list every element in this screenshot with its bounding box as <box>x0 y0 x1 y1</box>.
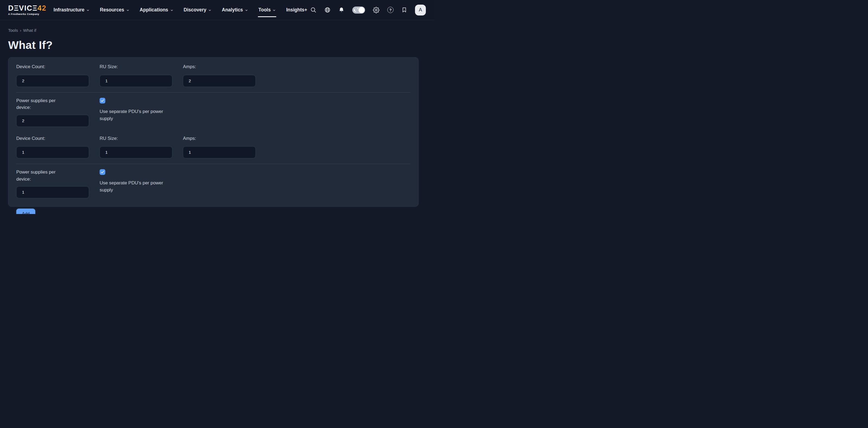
moon-icon <box>354 9 357 12</box>
navbar-actions: ✦ ? A <box>310 5 426 16</box>
nav-item-applications[interactable]: Applications <box>140 0 174 20</box>
checkbox-label: Use separate PDU's per power supply <box>100 179 169 194</box>
bell-icon[interactable] <box>338 7 344 13</box>
field-separate-pdus-2: Use separate PDU's per power supply <box>100 169 183 198</box>
field-device-count-1: Device Count: <box>16 63 100 87</box>
field-label: Power supplies per device: <box>16 97 63 111</box>
chevron-down-icon <box>126 9 129 12</box>
device-count-input-1[interactable] <box>16 75 89 87</box>
add-button[interactable]: Add <box>16 208 35 214</box>
toggle-knob <box>359 7 365 13</box>
power-supplies-input-1[interactable] <box>16 115 89 127</box>
nav-item-insights[interactable]: Insights+ <box>286 0 307 20</box>
breadcrumb-tools[interactable]: Tools <box>8 28 18 33</box>
field-label: Power supplies per device: <box>16 169 63 182</box>
field-device-count-2: Device Count: <box>16 135 100 159</box>
amps-input-1[interactable] <box>183 75 256 87</box>
chevron-down-icon <box>273 9 276 12</box>
nav-item-infrastructure[interactable]: Infrastructure <box>54 0 90 20</box>
form-row-group2-b: Power supplies per device: Use separate … <box>16 169 410 198</box>
nav-item-label: Infrastructure <box>54 7 85 13</box>
field-label: Device Count: <box>16 135 100 142</box>
device-count-input-2[interactable] <box>16 146 89 158</box>
globe-icon[interactable] <box>324 7 331 13</box>
nav-item-label: Tools <box>258 7 271 13</box>
device42-logo[interactable]: DΞVICΞ42 A Freshworks Company <box>8 5 46 16</box>
chevron-down-icon <box>86 9 90 12</box>
bookmark-icon[interactable] <box>401 7 407 13</box>
separate-pdus-checkbox-2[interactable] <box>100 169 105 175</box>
top-navbar: DΞVICΞ42 A Freshworks Company Infrastruc… <box>0 0 434 20</box>
dark-mode-toggle[interactable]: ✦ <box>352 6 365 13</box>
field-label: Device Count: <box>16 63 100 70</box>
field-label: RU Size: <box>100 63 183 70</box>
user-avatar[interactable]: A <box>415 5 426 16</box>
nav-item-label: Insights+ <box>286 7 307 13</box>
row-divider <box>16 92 410 93</box>
search-icon[interactable] <box>310 7 316 13</box>
ru-size-input-1[interactable] <box>100 75 172 87</box>
checkbox-label: Use separate PDU's per power supply <box>100 108 169 122</box>
main-nav: Infrastructure Resources Applications Di… <box>54 0 307 20</box>
field-ru-size-1: RU Size: <box>100 63 183 87</box>
field-power-supplies-2: Power supplies per device: <box>16 169 100 198</box>
nav-item-label: Analytics <box>222 7 243 13</box>
what-if-form-card: Device Count: RU Size: Amps: Power suppl… <box>8 57 418 207</box>
logo-tagline: A Freshworks Company <box>8 13 46 16</box>
field-label: Amps: <box>183 135 266 142</box>
nav-item-label: Applications <box>140 7 168 13</box>
form-row-group1-b: Power supplies per device: Use separate … <box>16 97 410 127</box>
field-amps-2: Amps: <box>183 135 266 159</box>
logo-wordmark: DΞVICΞ42 <box>8 5 46 12</box>
nav-item-label: Discovery <box>184 7 207 13</box>
breadcrumb-separator: › <box>20 28 21 33</box>
chevron-down-icon <box>208 9 211 12</box>
field-ru-size-2: RU Size: <box>100 135 183 159</box>
page-title: What If? <box>8 39 426 52</box>
amps-input-2[interactable] <box>183 146 256 158</box>
nav-item-discovery[interactable]: Discovery <box>184 0 212 20</box>
question-mark: ? <box>387 7 394 13</box>
gear-icon[interactable] <box>373 7 379 13</box>
breadcrumb-what-if[interactable]: What if <box>23 28 36 33</box>
field-amps-1: Amps: <box>183 63 266 87</box>
form-row-group1-a: Device Count: RU Size: Amps: <box>16 63 410 87</box>
field-label: Amps: <box>183 63 266 70</box>
help-icon[interactable]: ? <box>387 7 394 13</box>
separate-pdus-checkbox-1[interactable] <box>100 98 105 104</box>
logo-number: 42 <box>37 5 46 12</box>
power-supplies-input-2[interactable] <box>16 186 89 198</box>
nav-item-tools[interactable]: Tools <box>258 0 276 20</box>
logo-text: DΞVICΞ <box>8 5 37 12</box>
main-content: Tools › What if What If? Device Count: R… <box>0 28 434 207</box>
field-label: RU Size: <box>100 135 183 142</box>
field-power-supplies-1: Power supplies per device: <box>16 97 100 127</box>
chevron-down-icon <box>245 9 248 12</box>
chevron-down-icon <box>170 9 174 12</box>
ru-size-input-2[interactable] <box>100 146 172 158</box>
nav-item-analytics[interactable]: Analytics <box>222 0 248 20</box>
form-row-group2-a: Device Count: RU Size: Amps: <box>16 135 410 159</box>
nav-item-label: Resources <box>100 7 124 13</box>
breadcrumb: Tools › What if <box>8 28 426 33</box>
nav-item-resources[interactable]: Resources <box>100 0 129 20</box>
field-separate-pdus-1: Use separate PDU's per power supply <box>100 97 183 127</box>
